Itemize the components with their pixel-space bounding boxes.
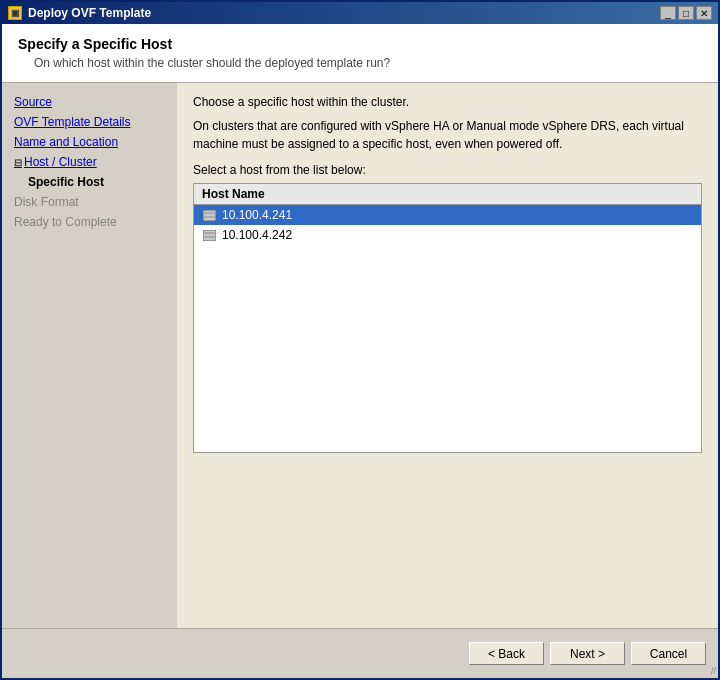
maximize-button[interactable]: □ bbox=[678, 6, 694, 20]
title-bar: ▣ Deploy OVF Template _ □ ✕ bbox=[2, 2, 718, 24]
svg-rect-1 bbox=[204, 212, 215, 214]
host-row-1[interactable]: 10.100.4.241 bbox=[194, 205, 701, 225]
back-button[interactable]: < Back bbox=[469, 642, 544, 665]
next-button[interactable]: Next > bbox=[550, 642, 625, 665]
main-content: Source OVF Template Details Name and Loc… bbox=[2, 83, 718, 628]
host-table-body: 10.100.4.241 10.100.4.242 bbox=[194, 205, 701, 452]
host-name-2: 10.100.4.242 bbox=[222, 228, 292, 242]
svg-rect-0 bbox=[203, 210, 216, 221]
sidebar-item-ready-to-complete: Ready to Complete bbox=[10, 213, 169, 231]
window-icon: ▣ bbox=[8, 6, 22, 20]
cancel-button[interactable]: Cancel bbox=[631, 642, 706, 665]
content-note: On clusters that are configured with vSp… bbox=[193, 117, 702, 153]
page-title: Specify a Specific Host bbox=[18, 36, 702, 52]
header-area: Specify a Specific Host On which host wi… bbox=[2, 24, 718, 83]
host-table: Host Name 10.100.4.241 bbox=[193, 183, 702, 453]
sidebar: Source OVF Template Details Name and Loc… bbox=[2, 83, 177, 628]
content-select-label: Select a host from the list below: bbox=[193, 163, 702, 177]
host-row-2[interactable]: 10.100.4.242 bbox=[194, 225, 701, 245]
host-name-1: 10.100.4.241 bbox=[222, 208, 292, 222]
svg-rect-4 bbox=[204, 232, 215, 234]
server-icon-2 bbox=[202, 228, 216, 242]
svg-rect-3 bbox=[203, 230, 216, 241]
footer-area: < Back Next > Cancel bbox=[2, 628, 718, 678]
minimize-button[interactable]: _ bbox=[660, 6, 676, 20]
resize-corner: // bbox=[711, 666, 716, 676]
sidebar-item-name-and-location[interactable]: Name and Location bbox=[10, 133, 169, 151]
sidebar-item-disk-format: Disk Format bbox=[10, 193, 169, 211]
sidebar-item-specific-host: Specific Host bbox=[24, 173, 169, 191]
sidebar-item-ovf-template-details[interactable]: OVF Template Details bbox=[10, 113, 169, 131]
title-bar-left: ▣ Deploy OVF Template bbox=[8, 6, 151, 20]
title-bar-buttons: _ □ ✕ bbox=[660, 6, 712, 20]
window-title: Deploy OVF Template bbox=[28, 6, 151, 20]
svg-rect-2 bbox=[204, 216, 215, 218]
sidebar-item-source[interactable]: Source bbox=[10, 93, 169, 111]
sidebar-item-host-cluster[interactable]: ⊟ Host / Cluster bbox=[10, 153, 169, 171]
page-subtitle: On which host within the cluster should … bbox=[34, 56, 702, 70]
host-table-header: Host Name bbox=[194, 184, 701, 205]
close-button[interactable]: ✕ bbox=[696, 6, 712, 20]
content-description: Choose a specific host within the cluste… bbox=[193, 95, 702, 109]
content-area: Choose a specific host within the cluste… bbox=[177, 83, 718, 628]
svg-rect-5 bbox=[204, 236, 215, 238]
expand-icon: ⊟ bbox=[14, 157, 22, 168]
deploy-ovf-window: ▣ Deploy OVF Template _ □ ✕ Specify a Sp… bbox=[0, 0, 720, 680]
server-icon-1 bbox=[202, 208, 216, 222]
